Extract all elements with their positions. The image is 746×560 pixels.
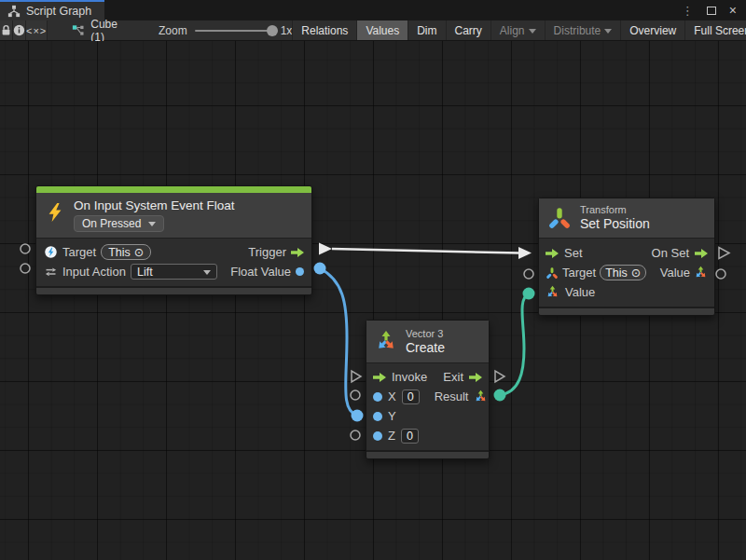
result-out-port[interactable] [494,389,506,402]
fullscreen-button[interactable]: Full Screen [684,20,746,40]
z-in-port[interactable] [351,430,360,440]
script-graph-icon [7,5,21,18]
dim-button[interactable]: Dim [408,20,445,40]
vector3-mini-icon [546,285,560,299]
relations-button[interactable]: Relations [292,20,356,40]
info-button[interactable] [13,20,26,40]
breadcrumb[interactable]: Cube (1) [72,20,117,40]
float-port-dot[interactable] [296,267,304,276]
window-menu-icon[interactable]: ⋮ [682,4,694,18]
input-action-select[interactable]: Lift [131,264,217,280]
node-footer [36,286,311,294]
transform-mini-icon [546,266,559,280]
x-port-dot[interactable] [373,392,382,402]
input-action-icon [44,265,58,279]
exec-arrow-icon [695,249,708,258]
exec-arrow-icon [469,373,482,382]
wire-trigger-to-set[interactable] [332,249,519,253]
set-row: Set On Set [539,243,714,263]
graph-canvas[interactable]: On Input System Event Float On Pressed T… [0,41,746,560]
zoom-label: Zoom [159,24,187,37]
target-this-button[interactable]: This ⊙ [600,265,646,280]
value-out-label: Value [660,266,690,280]
set-in-port[interactable] [518,247,532,259]
carry-button[interactable]: Carry [446,20,490,40]
event-target-row: Target This ⊙ Trigger [36,242,311,262]
y-in-port[interactable] [352,410,364,422]
event-mode-dropdown[interactable]: On Pressed [74,215,164,232]
event-target-port[interactable] [21,244,30,253]
float-out-port[interactable] [314,263,326,275]
set-label: Set [564,246,583,260]
graph-breadcrumb-icon [72,24,85,37]
overview-button[interactable]: Overview [620,20,684,40]
target-label: Target [562,266,596,280]
x-in-port[interactable] [351,390,360,400]
transform-target-port[interactable] [524,269,533,279]
node-title: On Input System Event Float [74,198,235,212]
invoke-label: Invoke [392,370,427,384]
zoom-slider-knob[interactable] [267,25,278,36]
invoke-row: Invoke Exit [366,367,489,387]
transform-icon [547,206,572,230]
wire-result-to-value[interactable] [500,294,529,395]
invoke-in-port[interactable] [352,371,361,382]
window-controls: ⋮ × [682,0,746,20]
input-system-target-icon [44,245,58,259]
object-picker-icon: ⊙ [134,245,144,259]
distribute-dropdown[interactable]: Distribute [545,20,621,40]
trigger-out-port[interactable] [319,243,332,255]
x-row: X 0 Result [366,387,489,406]
tab-script-graph[interactable]: Script Graph [0,0,104,20]
result-label: Result [435,389,469,403]
vector3-icon [375,330,397,352]
value-in-port[interactable] [523,288,535,300]
lightning-icon [45,201,65,224]
exec-arrow-icon [546,249,559,258]
tab-title: Script Graph [26,5,91,18]
z-row: Z 0 [366,426,489,445]
float-value-label: Float Value [230,265,291,279]
node-vector3-create[interactable]: Vector 3 Create Invoke Exit X 0 Res [366,320,490,459]
info-icon [13,24,25,36]
target-label: Target [62,245,96,259]
transform-target-row: Target This ⊙ Value [539,263,714,282]
y-port-dot[interactable] [373,412,382,421]
chevron-down-icon [148,222,156,226]
toolbar-buttons: Relations Values Dim Carry Align Distrib… [292,20,746,40]
node-category: Transform [580,204,650,215]
event-action-row: Input Action Lift Float Value [36,262,311,281]
transform-value-row: Value [539,282,714,302]
on-set-out-port[interactable] [719,248,729,259]
code-preview-label: <×> [26,25,47,36]
lock-button[interactable] [0,20,13,40]
z-label: Z [388,429,395,443]
z-port-dot[interactable] [373,431,382,441]
value-out-port[interactable] [716,269,725,279]
close-icon[interactable]: × [729,4,737,17]
event-action-port[interactable] [21,264,30,273]
exec-arrow-icon [291,248,304,257]
node-category: Vector 3 [406,328,445,339]
exit-out-port[interactable] [495,371,504,382]
maximize-icon[interactable] [707,7,716,15]
graph-toolbar: <×> Cube (1) Zoom 1x Relations Values Di… [0,20,746,41]
script-graph-window: Script Graph ⋮ × <×> Cube (1) Zoom 1x [0,0,746,560]
y-label: Y [388,409,396,423]
node-title: Set Position [580,216,650,231]
x-value-field[interactable]: 0 [402,389,420,404]
target-this-button[interactable]: This ⊙ [101,244,151,260]
z-value-field[interactable]: 0 [401,429,419,444]
trigger-label: Trigger [248,245,286,259]
values-button[interactable]: Values [356,20,408,40]
zoom-slider[interactable] [195,30,273,32]
node-transform-set-position[interactable]: Transform Set Position Set On Set Target… [538,198,715,316]
exit-label: Exit [443,370,463,384]
y-row: Y [366,406,489,426]
value-in-label: Value [565,285,595,299]
align-dropdown[interactable]: Align [490,20,545,40]
node-on-input-system-event-float[interactable]: On Input System Event Float On Pressed T… [35,185,312,295]
code-preview-button[interactable]: <×> [26,20,48,40]
x-label: X [388,389,396,403]
node-footer [539,307,714,315]
